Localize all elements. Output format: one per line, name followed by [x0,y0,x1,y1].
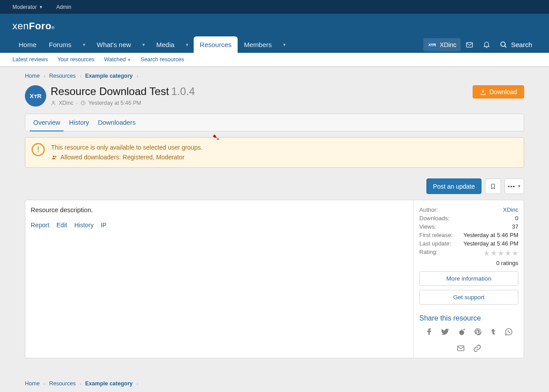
svg-point-7 [463,329,465,330]
download-icon [480,89,486,95]
link-icon[interactable] [473,344,481,352]
tumblr-icon[interactable] [490,328,497,336]
link-history[interactable]: History [74,222,94,229]
crumb-resources[interactable]: Resources [49,380,76,387]
restriction-alert: ! This resource is only available to sel… [25,137,524,168]
subnav-search[interactable]: Search resources [141,56,184,63]
nav-forums[interactable]: Forums [43,36,78,53]
chevron-down-icon: ▼ [39,5,43,9]
facebook-icon[interactable] [425,328,433,336]
share-heading: Share this resource [419,314,518,322]
info-rating-label: Rating: [419,249,438,258]
users-icon [51,154,58,160]
meta-time: Yesterday at 5:46 PM [88,100,141,106]
resource-tabs: Overview History Downloaders [25,114,524,131]
nav-home[interactable]: Home [12,36,43,53]
twitter-icon[interactable] [441,328,450,336]
nav-whatsnew[interactable]: What's new [91,36,137,53]
info-author-link[interactable]: XDinc [503,206,518,213]
tab-downloaders[interactable]: Downloaders [94,114,140,131]
info-downloads-value: 0 [515,215,518,222]
search-button[interactable]: Search [495,39,537,51]
link-report[interactable]: Report [31,222,49,229]
tab-overview[interactable]: Overview [29,114,64,131]
get-support-button[interactable]: Get support [419,290,518,305]
pinterest-icon[interactable] [474,328,482,336]
more-button[interactable]: ••• ▼ [505,178,524,194]
chevron-down-icon: ▼ [127,58,131,62]
topbar-admin[interactable]: Admin [56,4,72,10]
crumb-resources[interactable]: Resources [49,73,76,79]
svg-point-1 [501,42,505,46]
info-downloads-label: Downloads: [419,215,450,222]
more-information-button[interactable]: More information [419,271,518,286]
user-menu[interactable]: XᴛR XDinc [423,38,461,51]
crumb-home[interactable]: Home [25,73,40,79]
nav-members[interactable]: Members [238,36,278,53]
svg-point-4 [53,155,55,157]
resource-avatar[interactable]: XᴛR [25,85,46,107]
subnav-watched[interactable]: Watched▼ [104,56,131,63]
clock-icon [80,100,86,106]
info-first-value: Yesterday at 5:46 PM [463,232,518,238]
tab-history[interactable]: History [64,114,93,131]
link-edit[interactable]: Edit [56,222,67,229]
subnav-your[interactable]: Your resources [57,56,95,63]
info-first-label: First release: [419,232,453,238]
annotation-arrow: ➸ [209,130,223,144]
svg-point-6 [459,330,464,335]
svg-point-5 [55,156,56,157]
version: 1.0.4 [171,85,195,97]
nav-media[interactable]: Media [150,36,181,53]
breadcrumb: Home› Resources› Example category› [25,67,524,85]
info-author-label: Author: [419,206,438,213]
bookmark-icon [490,183,496,190]
email-icon[interactable] [457,344,465,352]
crumb-category[interactable]: Example category [85,73,133,79]
username: XDinc [440,41,456,48]
nav-whatsnew-dd[interactable]: ▼ [137,36,150,53]
alert-line1: This resource is only available to selec… [51,143,203,153]
resource-description: Resource description. [31,206,408,214]
dots-icon: ••• [508,183,515,190]
bookmark-button[interactable] [485,178,501,194]
alert-line2: Allowed downloaders: Registered, Moderat… [60,153,184,162]
warning-icon: ! [32,143,45,156]
crumb-home[interactable]: Home [25,380,40,387]
reddit-icon[interactable] [458,328,466,336]
info-last-value: Yesterday at 5:46 PM [463,240,518,247]
nav-resources[interactable]: Resources [194,36,238,53]
info-last-label: Last update: [419,240,451,247]
breadcrumb-bottom: Home› Resources› Example category› [25,358,524,392]
user-icon [51,100,56,106]
download-button[interactable]: Download [473,85,524,99]
nav-forums-dd[interactable]: ▼ [78,36,91,53]
rating-stars: ★★★★★ [483,249,518,258]
info-views-value: 37 [512,223,518,230]
info-views-label: Views: [419,223,436,230]
crumb-category[interactable]: Example category [85,380,133,387]
topbar-moderator[interactable]: Moderator▼ [12,4,43,10]
bell-icon[interactable] [478,38,494,52]
subnav-latest[interactable]: Latest reviews [12,56,48,63]
meta-author[interactable]: XDinc [59,100,73,106]
avatar: XᴛR [428,40,437,49]
svg-point-2 [52,101,54,103]
inbox-icon[interactable] [461,38,477,52]
nav-members-dd[interactable]: ▼ [278,36,291,53]
whatsapp-icon[interactable] [505,328,513,336]
post-update-button[interactable]: Post an update [426,178,481,194]
chevron-down-icon: ▼ [517,184,521,188]
logo[interactable]: xenForo® [12,20,55,32]
info-ratings-count: 0 ratings [496,260,518,266]
page-title: Resource Download Test [51,85,169,97]
link-ip[interactable]: IP [101,222,107,229]
nav-media-dd[interactable]: ▼ [181,36,194,53]
